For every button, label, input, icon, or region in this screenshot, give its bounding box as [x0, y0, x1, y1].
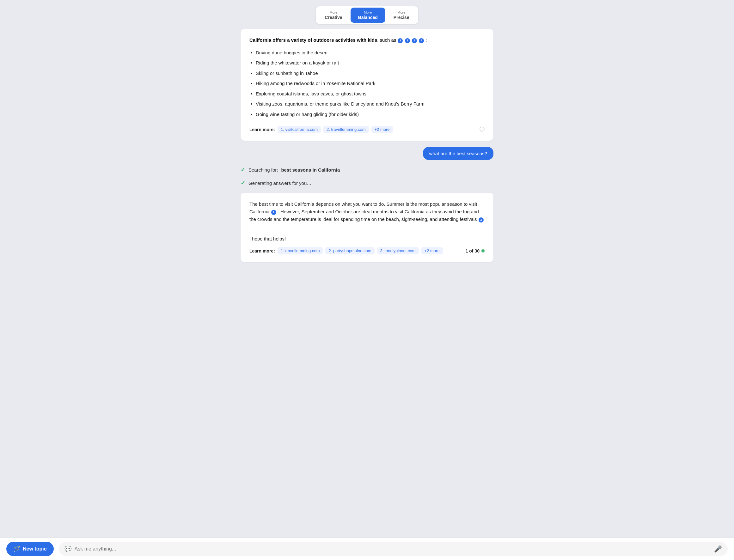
- list-item: Visiting zoos, aquariums, or theme parks…: [249, 99, 485, 109]
- card2-paragraph-1: The best time to visit California depend…: [249, 200, 485, 231]
- status-generating: Generating answers for you…: [248, 180, 311, 186]
- status-searching-bold: best seasons in California: [281, 167, 340, 173]
- bottom-bar: 🪄 New topic 💬 🎤: [0, 538, 734, 560]
- link-travellemming-2[interactable]: 1. travellemming.com: [278, 247, 323, 254]
- ref-badge-2: 2: [405, 38, 410, 43]
- link-lonelyplanet[interactable]: 3. lonelyplanet.com: [377, 247, 419, 254]
- list-item: Driving dune buggies in the desert: [249, 48, 485, 58]
- green-dot: [481, 249, 485, 253]
- page-count: 1 of 30: [466, 248, 485, 253]
- ref-badge-1: 1: [398, 38, 403, 43]
- learn-more-2: Learn more: 1. travellemming.com 2. part…: [249, 247, 485, 254]
- card1-intro-suffix: , such as: [377, 37, 396, 43]
- ref-badge-4: 4: [419, 38, 424, 43]
- list-item: Skiing or sunbathing in Tahoe: [249, 68, 485, 79]
- list-item: Hiking among the redwoods or in Yosemite…: [249, 78, 485, 89]
- ref-badge-c2-2: 2: [479, 217, 484, 222]
- check-icon-2: ✓: [241, 180, 245, 186]
- link-partyshopmaine[interactable]: 2. partyshopmaine.com: [325, 247, 374, 254]
- status-line-2: ✓ Generating answers for you…: [241, 180, 493, 186]
- chat-area: California offers a variety of outdoors …: [237, 29, 497, 262]
- ask-input-wrapper: 💬 🎤: [59, 542, 728, 556]
- list-item: Going wine tasting or hang gliding (for …: [249, 109, 485, 120]
- broom-icon: 🪄: [13, 545, 20, 552]
- card2-paragraph-2: I hope that helps!: [249, 235, 485, 243]
- ref-badge-c2-1: 1: [271, 210, 276, 215]
- new-topic-label: New topic: [23, 546, 47, 552]
- list-item: Riding the whitewater on a kayak or raft: [249, 58, 485, 68]
- mode-balanced-button[interactable]: More Balanced: [351, 8, 385, 23]
- learn-more-1: Learn more: 1. visitcalifornia.com 2. tr…: [249, 126, 485, 133]
- new-topic-button[interactable]: 🪄 New topic: [6, 542, 54, 556]
- info-icon-1[interactable]: ⓘ: [480, 126, 485, 133]
- page-count-text: 1 of 30: [466, 248, 480, 253]
- link-visitcalifornia[interactable]: 1. visitcalifornia.com: [278, 126, 321, 133]
- check-icon-1: ✓: [241, 166, 245, 173]
- link-travellemming[interactable]: 2. travellemming.com: [323, 126, 369, 133]
- link-more-2[interactable]: +2 more: [421, 247, 443, 254]
- user-bubble-text: what are the best seasons?: [423, 147, 493, 160]
- mode-creative-button[interactable]: More Creative: [317, 8, 350, 23]
- activity-list: Driving dune buggies in the desert Ridin…: [249, 48, 485, 120]
- assistant-response-2: The best time to visit California depend…: [241, 193, 493, 262]
- assistant-response-1: California offers a variety of outdoors …: [241, 29, 493, 141]
- ref-badge-3: 3: [412, 38, 417, 43]
- chat-bubble-icon: 💬: [64, 545, 71, 552]
- learn-more-label-2: Learn more:: [249, 248, 275, 253]
- user-message: what are the best seasons?: [241, 147, 493, 160]
- status-searching-prefix: Searching for:: [248, 167, 278, 173]
- learn-more-label-1: Learn more:: [249, 127, 275, 132]
- mode-selector: More Creative More Balanced More Precise: [316, 6, 418, 24]
- ask-input[interactable]: [75, 546, 711, 552]
- link-more-1[interactable]: +2 more: [371, 126, 393, 133]
- list-item: Exploring coastal islands, lava caves, o…: [249, 89, 485, 99]
- card1-intro-bold: California offers a variety of outdoors …: [249, 37, 377, 43]
- mic-icon[interactable]: 🎤: [714, 545, 722, 553]
- mode-precise-button[interactable]: More Precise: [386, 8, 417, 23]
- status-line-1: ✓ Searching for: best seasons in Califor…: [241, 166, 493, 173]
